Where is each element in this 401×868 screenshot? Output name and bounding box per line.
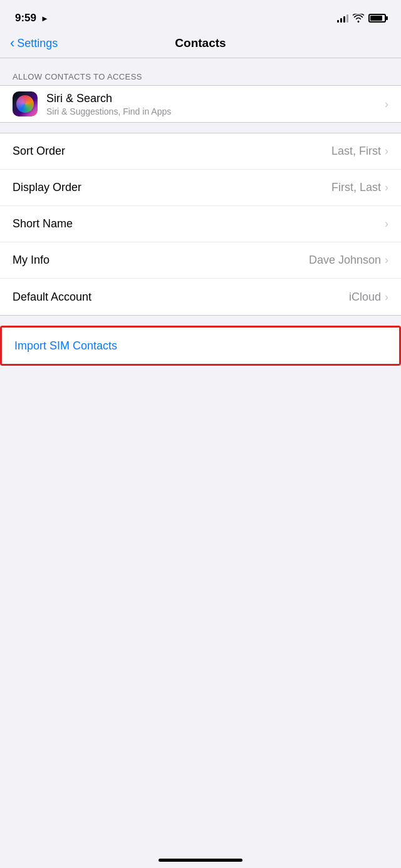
import-section: Import SIM Contacts	[0, 326, 401, 366]
my-info-value: Dave Johnson	[309, 254, 381, 267]
settings-card: Sort Order Last, First › Display Order F…	[0, 133, 401, 316]
status-bar: 9:59 ►	[0, 0, 401, 31]
allow-access-section: ALLOW CONTACTS TO ACCESS Siri & Search S…	[0, 68, 401, 123]
sort-order-content: Sort Order	[13, 145, 331, 158]
sort-order-title: Sort Order	[13, 145, 331, 158]
import-sim-content: Import SIM Contacts	[14, 339, 387, 353]
sort-order-value: Last, First	[331, 145, 381, 158]
default-account-value: iCloud	[349, 291, 381, 304]
allow-access-header: ALLOW CONTACTS TO ACCESS	[0, 68, 401, 85]
siri-search-subtitle: Siri & Suggestions, Find in Apps	[46, 106, 385, 116]
short-name-chevron-icon: ›	[385, 217, 388, 230]
status-icons	[337, 14, 386, 23]
wifi-icon	[353, 14, 364, 23]
default-account-item[interactable]: Default Account iCloud ›	[0, 279, 401, 315]
siri-search-item[interactable]: Siri & Search Siri & Suggestions, Find i…	[0, 86, 401, 122]
default-account-content: Default Account	[13, 291, 349, 304]
siri-search-title: Siri & Search	[46, 92, 385, 105]
nav-bar: ‹ Settings Contacts	[0, 31, 401, 58]
my-info-item[interactable]: My Info Dave Johnson ›	[0, 242, 401, 279]
import-sim-item[interactable]: Import SIM Contacts	[2, 328, 399, 364]
sort-order-chevron-icon: ›	[385, 145, 388, 158]
back-label: Settings	[17, 37, 58, 50]
import-sim-title: Import SIM Contacts	[14, 339, 387, 353]
short-name-title: Short Name	[13, 217, 385, 230]
page-content: ALLOW CONTACTS TO ACCESS Siri & Search S…	[0, 68, 401, 416]
sort-order-item[interactable]: Sort Order Last, First ›	[0, 133, 401, 170]
status-time: 9:59 ►	[15, 12, 49, 24]
display-order-item[interactable]: Display Order First, Last ›	[0, 170, 401, 206]
display-order-chevron-icon: ›	[385, 181, 388, 194]
display-order-value: First, Last	[331, 181, 381, 194]
battery-icon	[368, 14, 386, 23]
signal-icon	[337, 14, 348, 23]
short-name-item[interactable]: Short Name ›	[0, 206, 401, 242]
my-info-chevron-icon: ›	[385, 254, 388, 267]
my-info-content: My Info	[13, 254, 309, 267]
location-icon: ►	[41, 14, 49, 23]
allow-access-card: Siri & Search Siri & Suggestions, Find i…	[0, 85, 401, 123]
default-account-title: Default Account	[13, 291, 349, 304]
display-order-title: Display Order	[13, 181, 331, 194]
import-sim-card: Import SIM Contacts	[0, 326, 401, 366]
short-name-content: Short Name	[13, 217, 385, 230]
siri-chevron-icon: ›	[385, 98, 388, 111]
back-button[interactable]: ‹ Settings	[10, 36, 58, 50]
home-indicator	[159, 859, 242, 862]
settings-section: Sort Order Last, First › Display Order F…	[0, 133, 401, 316]
default-account-chevron-icon: ›	[385, 291, 388, 304]
back-chevron-icon: ‹	[10, 36, 14, 50]
display-order-content: Display Order	[13, 181, 331, 194]
my-info-title: My Info	[13, 254, 309, 267]
page-title: Contacts	[175, 36, 226, 50]
siri-search-content: Siri & Search Siri & Suggestions, Find i…	[46, 92, 385, 116]
siri-icon	[13, 91, 38, 116]
